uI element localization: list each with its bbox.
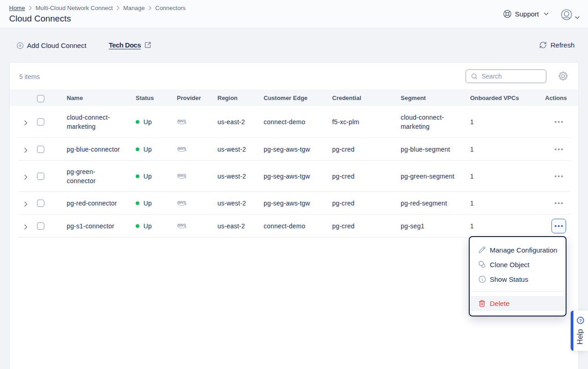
svg-text:aws: aws [177,200,186,205]
svg-text:aws: aws [177,146,186,151]
svg-text:aws: aws [177,222,186,228]
svg-text:?: ? [579,318,582,323]
svg-text:aws: aws [177,118,186,124]
svg-text:aws: aws [177,173,186,178]
